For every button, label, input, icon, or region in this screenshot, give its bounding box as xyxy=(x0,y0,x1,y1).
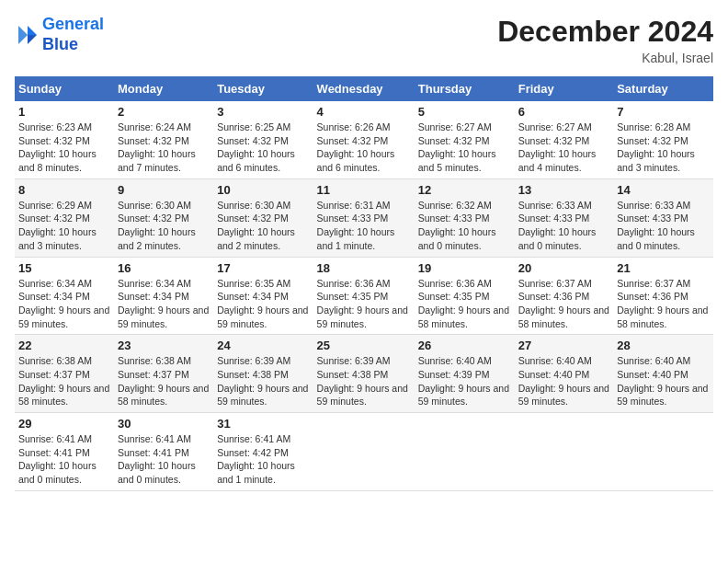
header-row: Sunday Monday Tuesday Wednesday Thursday… xyxy=(15,76,713,101)
day-info: Sunrise: 6:24 AM Sunset: 4:32 PM Dayligh… xyxy=(118,121,210,175)
day-number: 11 xyxy=(317,183,411,197)
calendar-week-5: 29 Sunrise: 6:41 AM Sunset: 4:41 PM Dayl… xyxy=(15,413,713,491)
day-number: 6 xyxy=(518,105,609,119)
day-info: Sunrise: 6:37 AM Sunset: 4:36 PM Dayligh… xyxy=(518,277,609,331)
col-saturday: Saturday xyxy=(613,76,713,101)
calendar-cell: 8 Sunrise: 6:29 AM Sunset: 4:32 PM Dayli… xyxy=(15,178,114,257)
day-number: 25 xyxy=(317,339,411,352)
calendar-cell: 9 Sunrise: 6:30 AM Sunset: 4:32 PM Dayli… xyxy=(114,178,213,257)
day-info: Sunrise: 6:35 AM Sunset: 4:34 PM Dayligh… xyxy=(217,277,309,331)
day-info: Sunrise: 6:32 AM Sunset: 4:33 PM Dayligh… xyxy=(418,199,511,253)
day-number: 31 xyxy=(217,417,309,431)
day-number: 4 xyxy=(317,105,411,119)
day-info: Sunrise: 6:26 AM Sunset: 4:32 PM Dayligh… xyxy=(317,121,411,175)
day-info: Sunrise: 6:41 AM Sunset: 4:41 PM Dayligh… xyxy=(118,432,210,487)
title-area: December 2024 Kabul, Israel xyxy=(497,15,713,65)
day-number: 18 xyxy=(317,261,411,275)
calendar-cell: 27 Sunrise: 6:40 AM Sunset: 4:40 PM Dayl… xyxy=(515,335,613,413)
day-number: 15 xyxy=(18,261,110,275)
day-info: Sunrise: 6:38 AM Sunset: 4:37 PM Dayligh… xyxy=(118,354,210,408)
calendar-cell: 19 Sunrise: 6:36 AM Sunset: 4:35 PM Dayl… xyxy=(415,257,515,335)
day-info: Sunrise: 6:40 AM Sunset: 4:40 PM Dayligh… xyxy=(617,354,710,408)
day-info: Sunrise: 6:29 AM Sunset: 4:32 PM Dayligh… xyxy=(18,199,110,253)
col-tuesday: Tuesday xyxy=(213,76,313,101)
calendar-cell: 26 Sunrise: 6:40 AM Sunset: 4:39 PM Dayl… xyxy=(415,335,515,413)
day-number: 7 xyxy=(617,105,710,119)
day-info: Sunrise: 6:40 AM Sunset: 4:40 PM Dayligh… xyxy=(518,354,609,408)
calendar-cell: 29 Sunrise: 6:41 AM Sunset: 4:41 PM Dayl… xyxy=(15,413,114,491)
calendar-cell: 25 Sunrise: 6:39 AM Sunset: 4:38 PM Dayl… xyxy=(313,335,415,413)
calendar-cell: 2 Sunrise: 6:24 AM Sunset: 4:32 PM Dayli… xyxy=(114,101,213,178)
day-number: 3 xyxy=(217,105,309,119)
location: Kabul, Israel xyxy=(497,51,713,65)
day-info: Sunrise: 6:39 AM Sunset: 4:38 PM Dayligh… xyxy=(217,354,309,408)
calendar-week-4: 22 Sunrise: 6:38 AM Sunset: 4:37 PM Dayl… xyxy=(15,335,713,413)
day-number: 19 xyxy=(418,261,511,275)
day-number: 12 xyxy=(418,183,511,197)
calendar-cell: 31 Sunrise: 6:41 AM Sunset: 4:42 PM Dayl… xyxy=(213,413,313,491)
day-info: Sunrise: 6:28 AM Sunset: 4:32 PM Dayligh… xyxy=(617,121,710,175)
day-number: 14 xyxy=(617,183,710,197)
day-number: 17 xyxy=(217,261,309,275)
day-info: Sunrise: 6:30 AM Sunset: 4:32 PM Dayligh… xyxy=(118,199,210,253)
col-friday: Friday xyxy=(515,76,613,101)
day-info: Sunrise: 6:36 AM Sunset: 4:35 PM Dayligh… xyxy=(418,277,511,331)
calendar-week-1: 1 Sunrise: 6:23 AM Sunset: 4:32 PM Dayli… xyxy=(15,101,713,178)
calendar-cell: 6 Sunrise: 6:27 AM Sunset: 4:32 PM Dayli… xyxy=(515,101,613,178)
day-info: Sunrise: 6:27 AM Sunset: 4:32 PM Dayligh… xyxy=(418,121,511,175)
day-number: 28 xyxy=(617,339,710,352)
col-thursday: Thursday xyxy=(415,76,515,101)
calendar-cell: 21 Sunrise: 6:37 AM Sunset: 4:36 PM Dayl… xyxy=(613,257,713,335)
day-info: Sunrise: 6:30 AM Sunset: 4:32 PM Dayligh… xyxy=(217,199,309,253)
day-number: 21 xyxy=(617,261,710,275)
day-info: Sunrise: 6:33 AM Sunset: 4:33 PM Dayligh… xyxy=(518,199,609,253)
calendar-cell: 13 Sunrise: 6:33 AM Sunset: 4:33 PM Dayl… xyxy=(515,178,613,257)
day-info: Sunrise: 6:34 AM Sunset: 4:34 PM Dayligh… xyxy=(118,277,210,331)
day-number: 1 xyxy=(18,105,110,119)
calendar-cell: 22 Sunrise: 6:38 AM Sunset: 4:37 PM Dayl… xyxy=(15,335,114,413)
calendar-cell: 12 Sunrise: 6:32 AM Sunset: 4:33 PM Dayl… xyxy=(415,178,515,257)
calendar-week-3: 15 Sunrise: 6:34 AM Sunset: 4:34 PM Dayl… xyxy=(15,257,713,335)
calendar-table: Sunday Monday Tuesday Wednesday Thursday… xyxy=(15,76,713,491)
logo-icon xyxy=(15,22,40,48)
calendar-cell: 24 Sunrise: 6:39 AM Sunset: 4:38 PM Dayl… xyxy=(213,335,313,413)
calendar-cell: 4 Sunrise: 6:26 AM Sunset: 4:32 PM Dayli… xyxy=(313,101,415,178)
calendar-cell: 18 Sunrise: 6:36 AM Sunset: 4:35 PM Dayl… xyxy=(313,257,415,335)
day-info: Sunrise: 6:23 AM Sunset: 4:32 PM Dayligh… xyxy=(18,121,110,175)
day-number: 30 xyxy=(118,417,210,431)
day-number: 16 xyxy=(118,261,210,275)
day-number: 29 xyxy=(18,417,110,431)
calendar-cell: 1 Sunrise: 6:23 AM Sunset: 4:32 PM Dayli… xyxy=(15,101,114,178)
day-info: Sunrise: 6:37 AM Sunset: 4:36 PM Dayligh… xyxy=(617,277,710,331)
calendar-cell: 28 Sunrise: 6:40 AM Sunset: 4:40 PM Dayl… xyxy=(613,335,713,413)
month-title: December 2024 xyxy=(497,15,713,49)
day-number: 9 xyxy=(118,183,210,197)
calendar-cell: 16 Sunrise: 6:34 AM Sunset: 4:34 PM Dayl… xyxy=(114,257,213,335)
day-info: Sunrise: 6:34 AM Sunset: 4:34 PM Dayligh… xyxy=(18,277,110,331)
logo-text: General Blue xyxy=(42,15,104,54)
day-info: Sunrise: 6:41 AM Sunset: 4:42 PM Dayligh… xyxy=(217,432,309,487)
calendar-cell: 5 Sunrise: 6:27 AM Sunset: 4:32 PM Dayli… xyxy=(415,101,515,178)
col-wednesday: Wednesday xyxy=(313,76,415,101)
day-number: 5 xyxy=(418,105,511,119)
day-info: Sunrise: 6:25 AM Sunset: 4:32 PM Dayligh… xyxy=(217,121,309,175)
col-sunday: Sunday xyxy=(15,76,114,101)
calendar-cell: 7 Sunrise: 6:28 AM Sunset: 4:32 PM Dayli… xyxy=(613,101,713,178)
calendar-cell: 23 Sunrise: 6:38 AM Sunset: 4:37 PM Dayl… xyxy=(114,335,213,413)
calendar-cell: 10 Sunrise: 6:30 AM Sunset: 4:32 PM Dayl… xyxy=(213,178,313,257)
day-number: 20 xyxy=(518,261,609,275)
calendar-cell: 20 Sunrise: 6:37 AM Sunset: 4:36 PM Dayl… xyxy=(515,257,613,335)
day-info: Sunrise: 6:39 AM Sunset: 4:38 PM Dayligh… xyxy=(317,354,411,408)
calendar-week-2: 8 Sunrise: 6:29 AM Sunset: 4:32 PM Dayli… xyxy=(15,178,713,257)
logo: General Blue xyxy=(15,15,104,54)
day-number: 10 xyxy=(217,183,309,197)
day-info: Sunrise: 6:33 AM Sunset: 4:33 PM Dayligh… xyxy=(617,199,710,253)
col-monday: Monday xyxy=(114,76,213,101)
calendar-cell xyxy=(313,413,415,491)
calendar-cell: 14 Sunrise: 6:33 AM Sunset: 4:33 PM Dayl… xyxy=(613,178,713,257)
day-info: Sunrise: 6:41 AM Sunset: 4:41 PM Dayligh… xyxy=(18,432,110,487)
calendar-cell xyxy=(515,413,613,491)
day-info: Sunrise: 6:40 AM Sunset: 4:39 PM Dayligh… xyxy=(418,354,511,408)
day-number: 13 xyxy=(518,183,609,197)
calendar-cell: 11 Sunrise: 6:31 AM Sunset: 4:33 PM Dayl… xyxy=(313,178,415,257)
